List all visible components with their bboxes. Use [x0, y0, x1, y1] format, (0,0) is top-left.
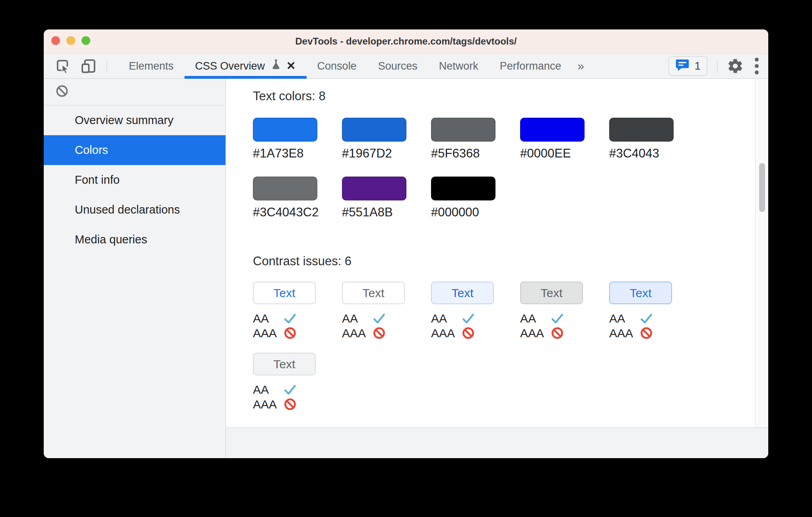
aa-pass-check-icon — [551, 313, 563, 324]
aaa-fail-no-entry-icon — [462, 327, 474, 339]
traffic-lights — [51, 36, 90, 45]
close-window-button[interactable] — [51, 36, 60, 45]
colors-panel: Text colors: 8 #1A73E8 #1967D2 #5F63 — [226, 79, 755, 428]
contrast-sample: Text AA AAA — [253, 353, 317, 412]
sample-text: Text — [540, 286, 562, 300]
contrast-sample-button[interactable]: Text — [253, 353, 316, 375]
color-swatch[interactable] — [342, 118, 406, 142]
color-swatch[interactable] — [342, 177, 406, 200]
inspect-element-icon[interactable] — [55, 58, 70, 74]
tab-css-overview[interactable]: CSS Overview ✕ — [185, 54, 307, 79]
tab-label: Sources — [378, 60, 418, 72]
more-tabs-icon[interactable]: » — [572, 59, 590, 73]
contrast-sample: Text AA AAA — [520, 282, 585, 340]
sample-text: Text — [273, 286, 295, 300]
contrast-sample-button[interactable]: Text — [253, 282, 316, 304]
settings-gear-icon[interactable] — [727, 58, 744, 74]
sample-text: Text — [273, 358, 295, 371]
tab-sources[interactable]: Sources — [367, 54, 428, 79]
contrast-sample-button[interactable]: Text — [431, 282, 494, 304]
sample-text: Text — [451, 286, 473, 300]
devtools-window: DevTools - developer.chrome.com/tags/dev… — [44, 29, 768, 458]
color-swatch-cell: #5F6368 — [431, 118, 495, 161]
close-tab-icon[interactable]: ✕ — [286, 60, 295, 72]
color-hex-label: #3C4043C2 — [253, 205, 317, 220]
aa-label: AA — [431, 312, 462, 325]
color-hex-label: #1967D2 — [342, 146, 406, 161]
color-swatch-cell: #1967D2 — [342, 118, 406, 161]
color-swatch[interactable] — [520, 118, 585, 142]
sidebar-item-colors[interactable]: Colors — [44, 135, 225, 165]
aaa-fail-no-entry-icon — [373, 327, 385, 339]
tab-network[interactable]: Network — [428, 54, 489, 79]
contrast-sample-button[interactable]: Text — [342, 282, 405, 304]
color-swatch[interactable] — [609, 118, 674, 142]
text-colors-heading: Text colors: 8 — [253, 89, 755, 103]
aaa-label: AAA — [520, 327, 551, 340]
sidebar-item-media-queries[interactable]: Media queries — [44, 225, 225, 255]
aa-pass-check-icon — [373, 313, 385, 324]
sidebar-toolbar — [44, 79, 225, 105]
experiment-flask-icon — [270, 59, 282, 74]
aaa-fail-no-entry-icon — [284, 327, 296, 339]
tab-console[interactable]: Console — [307, 54, 367, 79]
zoom-window-button[interactable] — [82, 36, 90, 45]
tab-label: Network — [439, 60, 478, 72]
color-swatch[interactable] — [253, 177, 317, 200]
color-swatch[interactable] — [253, 118, 317, 142]
sidebar-item-unused-declarations[interactable]: Unused declarations — [44, 195, 225, 225]
text-colors-grid: #1A73E8 #1967D2 #5F6368 #0000EE — [253, 118, 674, 220]
tab-elements[interactable]: Elements — [118, 54, 185, 79]
device-toolbar-icon[interactable] — [80, 58, 96, 74]
color-swatch-cell: #0000EE — [520, 118, 585, 161]
aa-pass-check-icon — [284, 313, 296, 324]
contrast-sample: Text AA AAA — [253, 282, 317, 340]
aa-pass-check-icon — [462, 313, 474, 324]
color-hex-label: #551A8B — [342, 205, 406, 220]
aaa-fail-no-entry-icon — [551, 327, 563, 339]
color-hex-label: #3C4043 — [609, 146, 674, 161]
color-swatch-cell: #1A73E8 — [253, 118, 317, 161]
sidebar-item-font-info[interactable]: Font info — [44, 165, 225, 195]
tab-label: Console — [317, 60, 357, 72]
clear-overview-icon[interactable] — [56, 85, 68, 99]
issues-counter-button[interactable]: 1 — [668, 56, 707, 76]
color-hex-label: #0000EE — [520, 146, 585, 161]
aaa-label: AAA — [253, 327, 284, 340]
kebab-menu-icon[interactable] — [754, 57, 760, 75]
titlebar: DevTools - developer.chrome.com/tags/dev… — [44, 29, 768, 54]
aaa-label: AAA — [253, 398, 284, 411]
aa-label: AA — [342, 312, 373, 325]
sidebar-nav: Overview summary Colors Font info Unused… — [44, 105, 225, 255]
color-swatch-cell: #551A8B — [342, 177, 406, 220]
tab-performance[interactable]: Performance — [489, 54, 572, 79]
css-overview-sidebar: Overview summary Colors Font info Unused… — [44, 79, 226, 458]
aa-label: AA — [253, 312, 284, 325]
toolbar-divider — [107, 59, 107, 73]
color-hex-label: #000000 — [431, 205, 495, 220]
color-swatch[interactable] — [431, 118, 495, 142]
sample-text: Text — [629, 286, 651, 300]
color-swatch-cell: #000000 — [431, 177, 495, 220]
minimize-window-button[interactable] — [66, 36, 75, 45]
vertical-scrollbar[interactable] — [755, 79, 768, 428]
aaa-label: AAA — [431, 327, 462, 340]
devtools-toolbar: Elements CSS Overview ✕ Console Sources … — [44, 54, 768, 79]
aaa-fail-no-entry-icon — [640, 327, 653, 339]
sample-text: Text — [362, 286, 384, 300]
color-swatch[interactable] — [431, 177, 495, 200]
contrast-sample-button[interactable]: Text — [520, 282, 583, 304]
contrast-sample-button[interactable]: Text — [609, 282, 672, 304]
color-swatch-cell: #3C4043C2 — [253, 177, 317, 220]
toolbar-divider — [717, 59, 717, 73]
chat-bubble-icon — [675, 58, 690, 74]
contrast-sample: Text AA AAA — [342, 282, 406, 340]
scrollbar-thumb[interactable] — [759, 163, 765, 212]
sidebar-item-overview-summary[interactable]: Overview summary — [44, 105, 225, 135]
window-title: DevTools - developer.chrome.com/tags/dev… — [295, 36, 517, 47]
contrast-issues-grid: Text AA AAA — [253, 282, 674, 412]
color-swatch-cell: #3C4043 — [609, 118, 674, 161]
aa-pass-check-icon — [640, 313, 653, 324]
tab-label: CSS Overview — [195, 60, 265, 72]
tab-label: Performance — [500, 60, 561, 72]
